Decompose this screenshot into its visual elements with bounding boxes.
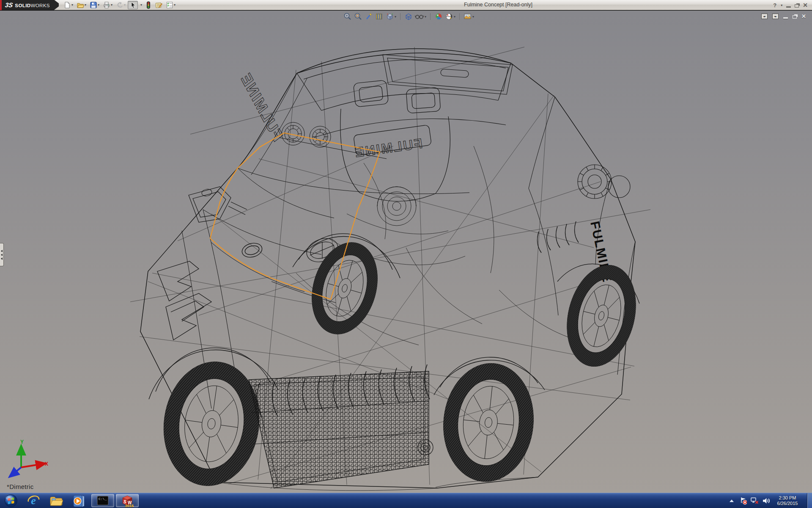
hide-show-items-button[interactable]: ▾	[415, 12, 426, 21]
zoom-to-fit-button[interactable]	[343, 12, 352, 21]
doc-minimize-button[interactable]	[783, 17, 788, 19]
previous-pane-button[interactable]: ◂▪	[761, 14, 768, 19]
close-button[interactable]: ✕	[803, 2, 808, 8]
volume-button[interactable]	[762, 497, 770, 505]
triad-x-label: X	[45, 461, 48, 467]
help-button[interactable]: ?	[773, 3, 776, 8]
flag-alert-icon	[739, 497, 747, 505]
menu-flyout-tab[interactable]	[54, 0, 59, 10]
minimize-button[interactable]	[786, 6, 791, 8]
apply-scene-button[interactable]: ▾	[445, 12, 455, 21]
wireframe-display-button[interactable]	[404, 12, 413, 21]
chevron-left-icon	[1, 250, 3, 252]
panel-collapse-tab[interactable]	[0, 243, 4, 266]
chevron-up-icon	[729, 499, 734, 503]
zoom-to-area-button[interactable]	[354, 12, 362, 21]
chevron-down-icon[interactable]: ▾	[781, 3, 782, 7]
options-checklist-icon	[166, 1, 173, 9]
tray-time: 2:30 PM	[774, 495, 801, 501]
network-status-button[interactable]	[751, 497, 758, 505]
doc-restore-button[interactable]	[793, 15, 797, 19]
view-orientation-button[interactable]	[375, 12, 384, 21]
traffic-light-icon	[145, 1, 151, 9]
action-center-button[interactable]	[739, 497, 747, 505]
chevron-down-icon[interactable]: ▾	[454, 15, 455, 19]
chevron-down-icon[interactable]: ▾	[85, 3, 86, 7]
view-orientation-label: *Dimetric	[7, 483, 34, 490]
toolbar-separator	[459, 13, 460, 20]
options-button[interactable]: ▾	[165, 1, 177, 9]
triad-x-axis	[21, 464, 42, 467]
standard-toolbar: ▾ ▾ ▾ ▾ ▾ ▾	[62, 1, 177, 9]
chevron-down-icon[interactable]: ▾	[472, 15, 474, 19]
zoom-to-fit-icon	[343, 12, 352, 21]
titlebar: 3S SOLIDWORKS ▾ ▾ ▾ ▾ ▾	[0, 0, 812, 10]
select-dropdown[interactable]: ▾	[139, 1, 143, 9]
taskbar-item-internet-explorer[interactable]: e	[22, 493, 45, 508]
chevron-down-icon[interactable]: ▾	[71, 3, 73, 7]
chevron-left-icon	[1, 254, 3, 256]
media-player-icon	[73, 494, 85, 507]
save-button[interactable]: ▾	[88, 1, 101, 9]
doc-close-button[interactable]: ✕	[801, 14, 806, 19]
view-orientation-icon	[375, 12, 384, 21]
solidworks-window: 3S SOLIDWORKS ▾ ▾ ▾ ▾ ▾	[0, 0, 812, 508]
reference-triad: Y X	[8, 439, 48, 478]
restore-button[interactable]	[795, 4, 799, 8]
display-style-button[interactable]: ▾	[386, 12, 396, 21]
tray-clock[interactable]: 2:30 PM 6/26/2015	[774, 495, 801, 506]
chevron-down-icon[interactable]: ▾	[124, 3, 126, 7]
taskbar-item-media-player[interactable]	[68, 493, 91, 508]
show-hidden-icons-button[interactable]	[728, 497, 735, 505]
chevron-down-icon[interactable]: ▾	[111, 3, 112, 7]
taskbar: e	[0, 493, 812, 508]
zoom-to-area-icon	[354, 12, 362, 21]
chevron-down-icon[interactable]: ▾	[425, 15, 426, 19]
chevron-down-icon[interactable]: ▾	[395, 15, 396, 19]
speaker-icon	[762, 497, 770, 505]
save-floppy-icon	[90, 1, 97, 9]
start-button[interactable]	[0, 493, 22, 508]
window-controls: ? ▾ ✕	[773, 0, 808, 10]
cmd-glyph: C:\_	[99, 497, 107, 501]
edit-appearance-button[interactable]	[434, 12, 443, 21]
document-window-controls: ◂▪ ▪▸ ✕	[761, 14, 806, 19]
chevron-down-icon[interactable]: ▾	[140, 3, 142, 7]
toolbar-separator	[430, 13, 431, 20]
show-desktop-button[interactable]	[807, 493, 812, 508]
performance-button[interactable]	[144, 1, 153, 9]
solidworks-logo: 3S SOLIDWORKS	[0, 0, 54, 10]
solidworks-2015-icon: S W 2015	[121, 494, 134, 508]
highlighted-sketch	[210, 133, 380, 299]
taskbar-item-solidworks-2015[interactable]: S W 2015	[116, 494, 139, 507]
open-button[interactable]: ▾	[75, 1, 88, 9]
graphics-viewport[interactable]: FULMINE FULMINE FULMINE	[0, 11, 812, 493]
select-tool-button[interactable]	[128, 1, 138, 9]
model-badge-text: FULMINE	[353, 135, 423, 160]
next-pane-button[interactable]: ▪▸	[772, 14, 779, 19]
brand-works: WORKS	[31, 3, 50, 8]
chevron-down-icon[interactable]: ▾	[98, 3, 99, 7]
undo-icon	[116, 1, 123, 9]
view-settings-icon	[464, 12, 472, 21]
taskbar-item-command-prompt[interactable]: C:\_	[91, 494, 114, 507]
section-view-button[interactable]	[365, 12, 373, 21]
scene-sphere-icon	[445, 12, 453, 21]
glasses-icon	[415, 12, 424, 21]
select-cursor-icon	[129, 1, 137, 9]
chevron-down-icon[interactable]: ▾	[174, 3, 176, 7]
note-edit-icon	[155, 1, 162, 9]
annotation-button[interactable]	[154, 1, 164, 9]
undo-button[interactable]: ▾	[115, 1, 127, 9]
view-settings-button[interactable]: ▾	[464, 12, 474, 21]
new-document-icon	[63, 1, 71, 9]
taskbar-item-windows-explorer[interactable]	[45, 493, 68, 508]
chevron-left-icon	[1, 257, 3, 260]
print-button[interactable]: ▾	[102, 1, 114, 9]
new-document-button[interactable]: ▾	[62, 1, 74, 9]
wireframe-cube-icon	[404, 12, 413, 21]
network-disconnected-icon	[751, 497, 758, 505]
wireframe-car-model[interactable]: FULMINE FULMINE FULMINE	[0, 11, 812, 493]
sw-year-label: 2015	[125, 504, 134, 508]
folder-icon	[49, 495, 63, 507]
